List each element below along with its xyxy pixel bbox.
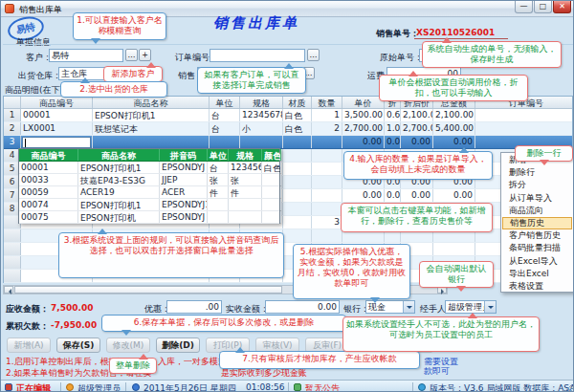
dropdown-cell[interactable]: 张 [208, 174, 229, 185]
grid-cell[interactable]: 0.60 [385, 109, 401, 121]
table-row[interactable]: 30.000.000.000.00 [4, 136, 572, 149]
grid-cell[interactable] [283, 149, 312, 162]
dropdown-cell[interactable] [208, 211, 229, 223]
grid-cell[interactable]: 小 [240, 122, 283, 135]
menu-item-4[interactable]: 从订单导入 [502, 192, 572, 205]
menu-item-10[interactable]: 导出Excel [502, 268, 572, 280]
customer-browse-button[interactable]: … [125, 49, 138, 61]
dropdown-cell[interactable] [229, 211, 262, 223]
grid-cell[interactable]: 0.00 [401, 136, 433, 148]
menu-item-3[interactable]: 拆分 [502, 179, 572, 191]
dropdown-cell[interactable]: 00074 [19, 199, 78, 210]
grid-cell[interactable] [475, 109, 574, 121]
product-picker-dropdown[interactable]: 商品编号商品名称拼音码单位规格颜色00001EPSON打印机1EPSONDYJ台… [18, 148, 280, 224]
dropdown-cell[interactable] [262, 186, 281, 198]
grid-cell[interactable]: 3 [4, 136, 21, 148]
menu-item-2[interactable]: 删除行 [502, 166, 572, 179]
dropdown-cell[interactable]: 00075 [19, 211, 78, 223]
dropdown-cell[interactable]: 00059 [19, 186, 78, 198]
dropdown-cell[interactable]: 件 [208, 186, 229, 198]
dropdown-cell[interactable]: EPSON打印机1 [78, 199, 160, 210]
dropdown-row[interactable]: 00075EPSON打印机EPSONDYJ [19, 211, 279, 224]
customer-input[interactable]: 易特 [49, 49, 123, 62]
discount-input[interactable]: .00 [166, 300, 222, 314]
dropdown-row[interactable]: 00033技嘉EP43-ES3GJJEP张张 [19, 174, 279, 186]
grid-cell[interactable] [312, 136, 342, 148]
grid-cell[interactable]: 2,700.00 [342, 122, 385, 135]
grid-cell[interactable] [283, 189, 312, 202]
dropdown-cell[interactable]: 件 [229, 186, 262, 198]
context-menu[interactable]: 新增删除行拆分从订单导入商品流向销售历史客户销售历史条码批量扫描从Excel导入… [500, 152, 574, 293]
dropdown-cell[interactable]: 00001 [19, 162, 78, 173]
dropdown-cell[interactable]: EPSONDYJ [160, 162, 208, 173]
menu-item-6[interactable]: 销售历史 [502, 217, 572, 229]
grid-cell[interactable] [312, 176, 342, 188]
chevron-down-icon[interactable] [484, 301, 496, 313]
grid-cell[interactable]: EPSON打印机1 [93, 109, 210, 121]
dropdown-cell[interactable]: ACER [160, 186, 208, 198]
menu-item-7[interactable]: 客户销售历史 [502, 229, 572, 242]
grid-cell[interactable]: 00001 [21, 109, 93, 121]
grid-cell[interactable] [93, 136, 210, 148]
close-button[interactable]: ✕ [553, 1, 571, 13]
action-button-1[interactable]: 新增(A) [7, 338, 51, 353]
grid-cell[interactable] [475, 122, 574, 135]
grid-cell[interactable] [283, 216, 312, 229]
received-input[interactable]: 0.00 [265, 300, 340, 314]
grid-cell[interactable] [283, 176, 312, 188]
grid-cell[interactable]: 2,100.00 [401, 109, 433, 121]
dropdown-row[interactable]: 00059ACER19ACER件件 [19, 186, 279, 199]
grid-cell[interactable] [312, 189, 342, 202]
table-row[interactable]: 2LX0001联想笔记本台小白色22,700.001.002,700.005,4… [4, 122, 572, 136]
menu-item-8[interactable]: 条码批量扫描 [502, 242, 572, 254]
grid-cell[interactable]: 0.00 [401, 189, 433, 202]
scroll-left-icon[interactable] [4, 286, 13, 294]
dropdown-row[interactable]: 00074EPSON打印机1EPSONDYJ1 [19, 199, 279, 211]
grid-cell[interactable] [283, 203, 312, 215]
dropdown-cell[interactable] [262, 174, 281, 185]
grid-cell[interactable] [4, 256, 21, 269]
grid-cell[interactable]: 0.00 [433, 189, 475, 202]
grid-cell[interactable]: 白色 [283, 109, 312, 121]
grid-cell[interactable] [283, 136, 312, 148]
dropdown-cell[interactable]: EPSONDYJ1 [160, 199, 208, 210]
grid-cell[interactable] [4, 243, 21, 255]
scrollbar-thumb[interactable] [14, 286, 282, 294]
grid-cell[interactable]: 2,700.00 [401, 122, 433, 135]
menu-item-5[interactable]: 商品流向 [502, 205, 572, 217]
grid-cell[interactable] [210, 136, 240, 148]
grid-cell[interactable] [433, 243, 475, 255]
menu-item-11[interactable]: 表格设置 [502, 280, 572, 293]
grid-cell[interactable]: 3 [312, 216, 342, 229]
grid-cell[interactable]: 3,500.00 [342, 109, 385, 121]
dropdown-cell[interactable]: ACER19 [78, 186, 160, 198]
grid-cell[interactable]: 台 [210, 109, 240, 121]
grid-cell[interactable]: 1.00 [385, 122, 401, 135]
grid-cell[interactable]: 2 [312, 122, 342, 135]
grid-cell[interactable] [4, 229, 21, 242]
dropdown-cell[interactable] [262, 211, 281, 223]
grid-cell[interactable]: 0.00 [385, 136, 401, 148]
dropdown-cell[interactable]: 技嘉EP43-ES3G [78, 174, 160, 185]
grid-cell[interactable]: 1 [4, 109, 21, 121]
grid-cell[interactable]: 台 [210, 122, 240, 135]
grid-cell[interactable] [312, 163, 342, 175]
dropdown-cell[interactable]: 123456789 [229, 162, 262, 173]
action-button-4[interactable]: 删除(D) [156, 338, 200, 353]
grid-cell[interactable] [283, 163, 312, 175]
grid-cell[interactable] [312, 149, 342, 162]
minimize-button[interactable]: — [515, 1, 533, 13]
maximize-button[interactable]: □ [534, 1, 552, 13]
grid-cell[interactable]: 2 [4, 122, 21, 135]
grid-cell[interactable]: 白色 [283, 122, 312, 135]
grid-cell[interactable]: LX0001 [21, 122, 93, 135]
dropdown-cell[interactable]: 白色 [262, 162, 281, 173]
chevron-down-icon[interactable] [403, 301, 414, 313]
grid-cell[interactable] [4, 270, 21, 282]
grid-cell[interactable]: 0.00 [342, 136, 385, 148]
dropdown-cell[interactable]: 00033 [19, 174, 78, 185]
dropdown-cell[interactable]: EPSON打印机 [78, 211, 160, 223]
resize-grip[interactable] [563, 383, 572, 392]
grid-cell[interactable]: 2,100.00 [433, 109, 475, 121]
action-button-2[interactable]: 保存(S) [56, 338, 100, 353]
